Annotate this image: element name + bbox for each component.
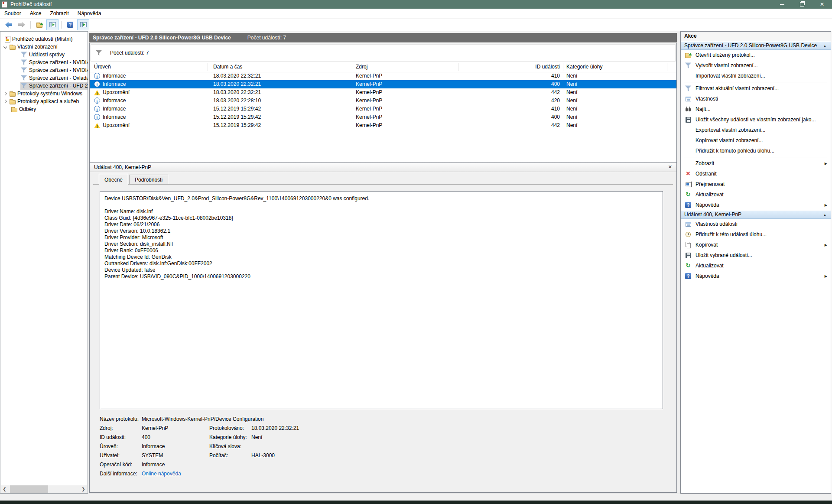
- action-save-all-events[interactable]: Uložit všechny události ve vlastním zobr…: [681, 114, 831, 125]
- close-button[interactable]: ✕: [812, 0, 832, 9]
- show-action-pane-button[interactable]: [77, 19, 89, 30]
- horizontal-scrollbar[interactable]: ❮ ❯: [1, 485, 87, 493]
- action-refresh[interactable]: Aktualizovat: [681, 189, 831, 200]
- scroll-left-arrow[interactable]: ❮: [1, 485, 8, 493]
- show-console-tree-button[interactable]: [46, 19, 58, 30]
- back-icon: [5, 21, 12, 28]
- action-copy[interactable]: Kopírovat ▶: [681, 240, 831, 250]
- action-view[interactable]: Zobrazit ▶: [681, 158, 831, 169]
- refresh-icon: [685, 262, 692, 269]
- event-row[interactable]: Informace 15.12.2019 15:29:42 Kernel-PnP…: [90, 113, 676, 121]
- column-source[interactable]: Zdroj: [356, 64, 367, 70]
- action-filter-current-view[interactable]: Filtrovat aktuální vlastní zobrazení...: [681, 83, 831, 94]
- forward-button[interactable]: [16, 19, 28, 30]
- tab-obecne[interactable]: Obecné: [99, 174, 128, 185]
- action-properties[interactable]: Vlastnosti: [681, 94, 831, 104]
- column-event-id[interactable]: ID události: [459, 64, 560, 70]
- menu-akce[interactable]: Akce: [26, 9, 46, 18]
- folder-icon: [10, 100, 16, 104]
- chevron-right-icon[interactable]: [3, 100, 7, 103]
- menu-napoveda[interactable]: Nápověda: [73, 9, 106, 18]
- results-pane: Správce zařízení - UFD 2.0 Silicon-Power…: [88, 31, 678, 494]
- tree-item-custom-views[interactable]: Vlastní zobrazení: [0, 43, 88, 51]
- field-label: Zdroj:: [100, 425, 113, 431]
- action-event-properties[interactable]: Vlastnosti události: [681, 219, 831, 229]
- details-tabs: Obecné Podrobnosti: [99, 174, 169, 185]
- action-event-refresh[interactable]: Aktualizovat: [681, 260, 831, 271]
- separator: [684, 82, 827, 82]
- tree-item-root[interactable]: Prohlížeč událostí (Místní): [0, 35, 88, 43]
- event-row[interactable]: Upozornění 18.03.2020 22:32:21 Kernel-Pn…: [90, 88, 676, 97]
- help-button[interactable]: [64, 19, 76, 30]
- action-event-help[interactable]: Nápověda ▶: [681, 271, 831, 281]
- action-copy-custom-view[interactable]: Kopírovat vlastní zobrazení...: [681, 135, 831, 146]
- collapse-icon[interactable]: ▲: [823, 44, 826, 47]
- tree-item-device-manager-ovlada[interactable]: Správce zařízení - Ovlada: [0, 74, 88, 82]
- window-title: Prohlížeč událostí: [10, 1, 52, 7]
- field-label: Další informace:: [100, 471, 137, 477]
- close-icon[interactable]: ✕: [668, 164, 672, 170]
- column-level[interactable]: Úroveň: [94, 64, 111, 70]
- scrollbar-thumb[interactable]: [10, 485, 48, 493]
- field-label: Název protokolu:: [100, 416, 139, 422]
- event-row[interactable]: Informace 18.03.2020 22:32:21 Kernel-PnP…: [90, 72, 676, 80]
- column-datetime[interactable]: Datum a čas: [213, 64, 242, 70]
- menu-bar: Soubor Akce Zobrazit Nápověda: [0, 9, 832, 19]
- action-attach-task-to-view[interactable]: Přidružit k tomuto pohledu úlohu...: [681, 146, 831, 156]
- action-save-selected-events[interactable]: Uložit vybrané události...: [681, 250, 831, 260]
- filter-icon: [20, 59, 27, 66]
- action-import-custom-view[interactable]: Importovat vlastní zobrazení...: [681, 71, 831, 81]
- field-label: Úroveň:: [100, 443, 118, 449]
- tree-item-device-manager-nvidia-2[interactable]: Správce zařízení - NVIDIA: [0, 66, 88, 74]
- event-row[interactable]: Upozornění 15.12.2019 15:29:42 Kernel-Pn…: [90, 121, 676, 130]
- taskbar-edge: [0, 501, 832, 504]
- menu-soubor[interactable]: Soubor: [0, 9, 26, 18]
- actions-section-view-header[interactable]: Správce zařízení - UFD 2.0 Silicon-Power…: [681, 41, 831, 50]
- results-pane-header: Správce zařízení - UFD 2.0 Silicon-Power…: [89, 33, 677, 42]
- event-row[interactable]: Informace 18.03.2020 22:28:10 Kernel-PnP…: [90, 97, 676, 105]
- action-attach-task-to-event[interactable]: Přidružit k této události úlohu...: [681, 229, 831, 240]
- action-help[interactable]: Nápověda ▶: [681, 200, 831, 210]
- open-folder-icon: [685, 54, 691, 58]
- action-export-custom-view[interactable]: Exportovat vlastní zobrazení...: [681, 125, 831, 135]
- tree-item-subscriptions[interactable]: Odběry: [0, 105, 88, 113]
- chevron-down-icon[interactable]: [3, 45, 7, 49]
- actions-section-event-header[interactable]: Událost 400, Kernel-PnP ▲: [681, 210, 831, 219]
- column-task-category[interactable]: Kategorie úlohy: [566, 64, 602, 70]
- tree-item-device-manager-nvidia-1[interactable]: Správce zařízení - NVIDIA: [0, 59, 88, 66]
- tab-podrobnosti[interactable]: Podrobnosti: [129, 175, 168, 185]
- field-value: Microsoft-Windows-Kernel-PnP/Device Conf…: [142, 416, 263, 422]
- action-find[interactable]: Najít...: [681, 104, 831, 114]
- tree-item-windows-logs[interactable]: Protokoly systému Windows: [0, 90, 88, 98]
- menu-zobrazit[interactable]: Zobrazit: [46, 9, 73, 18]
- online-help-link[interactable]: Online nápověda: [142, 471, 181, 477]
- action-open-saved-log[interactable]: Otevřít uložený protokol...: [681, 50, 831, 60]
- save-icon: [686, 117, 691, 123]
- scrollbar-track[interactable]: [8, 485, 80, 493]
- tree-item-admin-events[interactable]: Události správy: [0, 51, 88, 59]
- details-title: Událost 400, Kernel-PnP: [94, 164, 151, 170]
- event-row[interactable]: Informace 15.12.2019 15:29:42 Kernel-PnP…: [90, 105, 676, 113]
- submenu-arrow-icon: ▶: [822, 243, 827, 247]
- collapse-icon[interactable]: ▲: [823, 213, 826, 216]
- restore-button[interactable]: [792, 0, 812, 9]
- back-button[interactable]: [3, 19, 15, 30]
- info-icon: [94, 114, 100, 120]
- view-title: Správce zařízení - UFD 2.0 Silicon-Power…: [93, 35, 231, 41]
- tree-item-device-manager-ufd[interactable]: Správce zařízení - UFD 2.0: [0, 82, 88, 90]
- action-create-custom-view[interactable]: Vytvořit vlastní zobrazení...: [681, 60, 831, 71]
- event-count: Počet událostí: 7: [247, 35, 286, 41]
- open-saved-log-button[interactable]: [33, 19, 46, 30]
- event-row-selected[interactable]: Informace 18.03.2020 22:32:21 Kernel-PnP…: [90, 80, 676, 88]
- scroll-right-arrow[interactable]: ❯: [80, 485, 87, 493]
- tree-item-app-service-logs[interactable]: Protokoly aplikací a služeb: [0, 98, 88, 105]
- action-rename[interactable]: Přejmenovat: [681, 179, 831, 189]
- minimize-button[interactable]: [772, 0, 792, 9]
- info-icon: [94, 106, 100, 112]
- warning-icon: [94, 123, 100, 128]
- field-value: 18.03.2020 22:32:21: [251, 425, 299, 431]
- field-label: Klíčová slova:: [209, 443, 241, 449]
- event-description[interactable]: Device USBSTOR\Disk&Ven_UFD_2.0&Prod_Sil…: [100, 191, 663, 409]
- action-delete[interactable]: Odstranit: [681, 169, 831, 179]
- chevron-right-icon[interactable]: [3, 92, 7, 95]
